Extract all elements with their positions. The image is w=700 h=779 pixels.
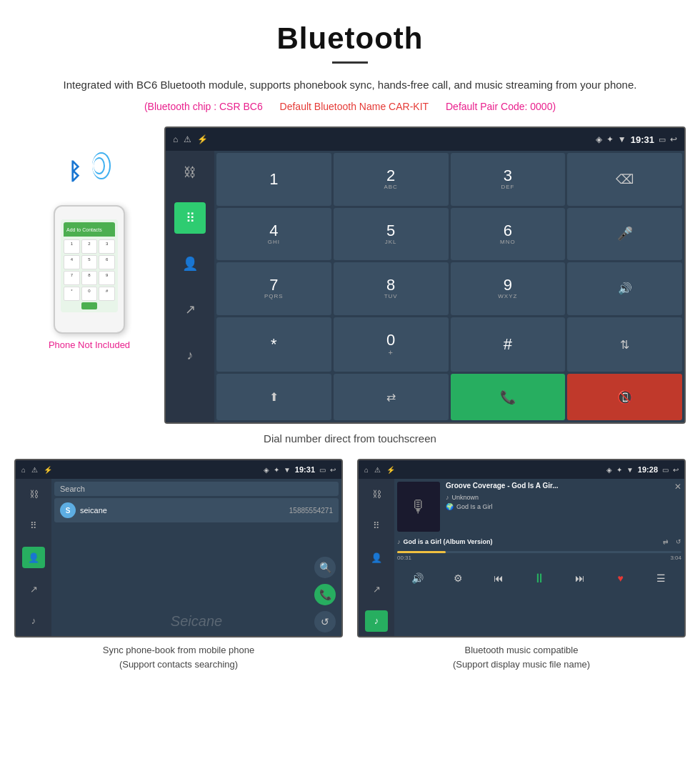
dial-key-mute[interactable]: 🎤 [567,208,682,261]
prev-btn[interactable]: ⏮ [489,568,509,588]
heart-btn[interactable]: ♥ [611,568,631,588]
spec-name: Default Bluetooth Name CAR-KIT [280,101,429,112]
signal-wave-2 [92,152,111,179]
music-sidebar-music[interactable]: ♪ [365,610,388,632]
contacts-caption: Sync phone-book from mobile phone (Suppo… [100,637,257,671]
phone-not-included-label: Phone Not Included [49,339,130,350]
wifi-icon: ▼ [618,134,626,144]
playlist-item-active[interactable]: ♪ God is a Girl (Album Version) ⇄ ↺ [397,537,681,547]
dial-key-backspace[interactable]: ⌫ [567,153,682,206]
dial-key-9[interactable]: 9 WXYZ [451,262,566,315]
sidebar-calls-btn[interactable]: ↗ [174,294,206,325]
contacts-home-icon: ⌂ [21,466,26,474]
music-status-right: ◈ ✦ ▼ 19:28 ▭ ↩ [606,465,679,474]
dial-key-volume[interactable]: 🔊 [567,262,682,315]
phone-key-2: 2 [81,239,98,254]
dial-key-2[interactable]: 2 ABC [334,153,449,206]
call-action-btn[interactable]: 📞 [314,584,336,605]
mini-sidebar-link[interactable]: ⛓ [22,483,45,505]
dial-key-6[interactable]: 6 MNO [451,208,566,261]
search-placeholder: Search [60,485,85,493]
dial-key-swap[interactable]: ⇄ [334,374,449,420]
music-back-icon[interactable]: ↩ [673,466,679,474]
music-note-icon: ♪ [446,494,449,501]
dial-key-star[interactable]: * [216,317,331,372]
dial-key-call-red[interactable]: 📵 [567,374,682,420]
next-btn[interactable]: ⏭ [570,568,590,588]
playlist-repeat-icon: ↺ [676,538,681,545]
dial-key-hash[interactable]: # [451,317,566,372]
music-location-icon: ◈ [606,466,612,474]
dial-key-4[interactable]: 4 GHI [216,208,331,261]
playlist-song-title: God is a Girl (Album Version) [404,538,493,545]
progress-bar-container: 00:31 3:04 [397,551,681,561]
progress-bar[interactable] [397,551,681,553]
music-close-btn[interactable]: ✕ [674,482,681,492]
play-btn[interactable]: ⏸ [529,568,549,588]
music-sidebar-dialpad[interactable]: ⠿ [365,515,388,536]
phone-screen-top: Add to Contacts [64,222,115,237]
contact-row[interactable]: S seicane 15885554271 [54,498,339,522]
dial-key-1[interactable]: 1 [216,153,331,206]
music-meta-artist: ♪ Unknown [446,494,681,501]
playlist-btn[interactable]: ☰ [651,568,671,588]
bt-status-icon: ✦ [606,134,614,144]
status-time: 19:31 [631,134,654,145]
sidebar-dialpad-btn[interactable]: ⠿ [174,202,206,234]
music-statusbar: ⌂ ⚠ ⚡ ◈ ✦ ▼ 19:28 ▭ ↩ [359,460,684,479]
dial-caption: Dial number direct from touchscreen [0,424,700,459]
music-battery-icon: ▭ [662,466,669,474]
title-underline [332,61,368,64]
contact-name: seicane [80,506,285,515]
sidebar-contact-btn[interactable]: 👤 [174,248,206,279]
bluetooth-icon: ᛒ [68,159,81,185]
dial-key-8[interactable]: 8 TUV [334,262,449,315]
mini-sidebar-calls[interactable]: ↗ [22,578,45,600]
mini-sidebar-dialpad[interactable]: ⠿ [22,515,45,536]
music-screen: ⌂ ⚠ ⚡ ◈ ✦ ▼ 19:28 ▭ ↩ ⛓ ⠿ 👤 [357,459,686,637]
bluetooth-signal: ᛒ [61,148,118,198]
status-left: ⌂ ⚠ ⚡ [173,134,208,144]
contacts-time: 19:31 [295,465,315,474]
dial-key-7[interactable]: 7 PQRS [216,262,331,315]
music-sidebar-contact[interactable]: 👤 [365,547,388,568]
phone-image: Add to Contacts 1 2 3 4 5 6 7 8 9 * 0 # [54,205,125,334]
watermark: Seicane [54,613,339,633]
dial-key-5[interactable]: 5 JKL [334,208,449,261]
back-icon[interactable]: ↩ [670,134,677,144]
dial-key-3[interactable]: 3 DEF [451,153,566,206]
dial-key-merge[interactable]: ⬆ [216,374,331,420]
contacts-body: ⛓ ⠿ 👤 ↗ ♪ Search S seicane 15885554271 [16,479,341,636]
dial-key-transfer[interactable]: ⇅ [567,317,682,372]
volume-btn[interactable]: 🔊 [407,568,427,588]
music-controls: 🔊 ⚙ ⏮ ⏸ ⏭ ♥ ☰ [397,565,681,591]
sidebar-link-btn[interactable]: ⛓ [174,157,206,188]
music-sidebar-calls[interactable]: ↗ [365,578,388,600]
music-area: 🎙 Groove Coverage - God Is A Gir... ✕ ♪ … [394,479,684,636]
contacts-screen: ⌂ ⚠ ⚡ ◈ ✦ ▼ 19:31 ▭ ↩ ⛓ ⠿ 👤 [14,459,343,637]
usb-icon: ⚡ [197,134,208,144]
contacts-back-icon[interactable]: ↩ [330,466,336,474]
equalizer-btn[interactable]: ⚙ [448,568,468,588]
music-caption: Bluetooth music compatible (Support disp… [450,637,593,671]
phone-key-3: 3 [99,239,115,254]
music-alert-icon: ⚠ [374,466,381,474]
dial-key-call-green[interactable]: 📞 [451,374,566,420]
search-bar[interactable]: Search [54,482,339,496]
music-status-left: ⌂ ⚠ ⚡ [364,466,395,474]
music-globe-icon: 🌍 [446,503,454,510]
search-action-btn[interactable]: 🔍 [314,557,336,578]
dial-key-0[interactable]: 0 + [334,317,449,372]
mini-sidebar-music[interactable]: ♪ [22,610,45,632]
progress-current: 00:31 [397,555,411,561]
music-album: God Is a Girl [456,503,493,510]
sidebar-music-btn[interactable]: ♪ [174,339,206,371]
music-body: ⛓ ⠿ 👤 ↗ ♪ 🎙 Groove Coverage - God Is A G… [359,479,684,636]
contacts-status-left: ⌂ ⚠ ⚡ [21,466,52,474]
phone-key-star: * [64,287,80,301]
music-sidebar-link[interactable]: ⛓ [365,483,388,505]
playlist-shuffle-icon: ⇄ [663,538,669,545]
progress-total: 3:04 [670,555,681,561]
mini-sidebar-contact[interactable]: 👤 [22,547,45,568]
car-dialpad-screen: ⌂ ⚠ ⚡ ◈ ✦ ▼ 19:31 ▭ ↩ ⛓ ⠿ 👤 ↗ ♪ [164,126,686,424]
